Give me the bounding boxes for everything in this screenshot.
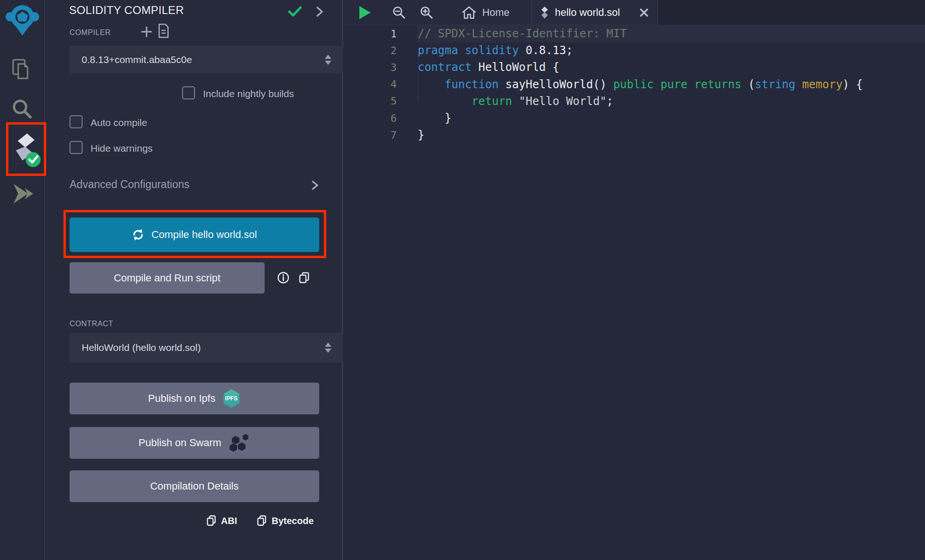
compilation-details-button[interactable]: Compilation Details xyxy=(70,470,319,502)
hide-warnings-checkbox[interactable] xyxy=(70,141,83,154)
zoom-out-button[interactable] xyxy=(392,6,406,19)
include-nightly-checkbox[interactable] xyxy=(182,86,195,99)
file-explorer-icon xyxy=(11,58,33,80)
compile-and-run-button[interactable]: Compile and Run script xyxy=(70,262,265,294)
tab-home-label: Home xyxy=(482,7,510,19)
auto-compile-label: Auto compile xyxy=(91,117,147,128)
line-number: 7 xyxy=(343,129,397,141)
code-line[interactable]: 2pragma solidity 0.8.13; xyxy=(343,42,925,59)
remix-ide-window: SOLIDITY COMPILER COMPILER xyxy=(0,0,925,560)
code-line[interactable]: 3contract HelloWorld { xyxy=(343,59,925,76)
auto-compile-checkbox[interactable] xyxy=(70,115,83,128)
remix-logo-icon xyxy=(5,2,40,37)
publish-ipfs-button[interactable]: Publish on Ipfs IPFS xyxy=(70,383,319,414)
code-text: } xyxy=(397,112,451,125)
publish-swarm-button[interactable]: Publish on Swarm xyxy=(70,427,319,459)
code-text: // SPDX-License-Identifier: MIT xyxy=(397,27,627,40)
panel-expand-chevron-right-icon[interactable] xyxy=(316,6,323,17)
info-icon[interactable] xyxy=(277,271,289,284)
solidity-compiler-icon xyxy=(11,132,41,169)
tab-home[interactable]: Home xyxy=(440,0,531,25)
code-text: pragma solidity 0.8.13; xyxy=(397,44,573,57)
code-line[interactable]: 6 } xyxy=(343,110,925,126)
contract-select-value: HelloWorld (hello world.sol) xyxy=(82,342,201,353)
line-number: 2 xyxy=(343,45,397,56)
page-title: SOLIDITY COMPILER xyxy=(69,4,184,17)
contract-section-label: CONTRACT xyxy=(70,320,113,328)
open-compiler-file-icon[interactable] xyxy=(157,23,169,38)
tab-hello-world-sol[interactable]: hello world.sol xyxy=(531,0,658,25)
icon-rail xyxy=(0,0,45,560)
run-script-play-button[interactable] xyxy=(358,6,371,20)
publish-ipfs-label: Publish on Ipfs xyxy=(148,392,215,405)
tab-active-label: hello world.sol xyxy=(555,7,633,19)
compiler-section-label: COMPILER xyxy=(70,28,111,37)
code-line[interactable]: 4 function sayHelloWorld() public pure r… xyxy=(343,76,925,93)
swarm-icon xyxy=(228,433,250,453)
include-nightly-label: Include nightly builds xyxy=(203,88,294,99)
publish-swarm-label: Publish on Swarm xyxy=(139,437,221,449)
line-number: 6 xyxy=(343,112,397,124)
code-view[interactable]: 1// SPDX-License-Identifier: MIT2pragma … xyxy=(343,25,925,143)
compile-button-label: Compile hello world.sol xyxy=(151,229,257,241)
sidebar-item-search[interactable] xyxy=(11,98,33,120)
copy-bytecode-button[interactable]: Bytecode xyxy=(257,515,314,527)
editor-tab-bar: Home hello world.sol xyxy=(343,0,925,25)
home-icon xyxy=(462,6,477,20)
search-icon xyxy=(11,98,33,120)
bytecode-label: Bytecode xyxy=(272,516,314,526)
sidebar-item-deploy-run[interactable] xyxy=(11,182,34,205)
advanced-config-chevron-right-icon[interactable] xyxy=(311,180,319,190)
remix-logo[interactable] xyxy=(5,2,40,37)
ipfs-badge-text: IPFS xyxy=(222,395,241,402)
copy-script-icon[interactable] xyxy=(299,272,310,284)
contract-select[interactable]: HelloWorld (hello world.sol) xyxy=(70,333,343,363)
compiler-version-value: 0.8.13+commit.abaa5c0e xyxy=(82,54,192,65)
advanced-configurations-toggle[interactable]: Advanced Configurations xyxy=(70,178,189,191)
play-icon xyxy=(358,6,371,20)
advanced-configurations-label: Advanced Configurations xyxy=(70,178,189,190)
compilation-details-label: Compilation Details xyxy=(150,480,239,492)
compile-button[interactable]: Compile hello world.sol xyxy=(70,217,319,252)
zoom-in-button[interactable] xyxy=(420,6,433,19)
code-line[interactable]: 5 return "Hello World"; xyxy=(343,93,925,110)
add-compiler-plus-icon[interactable] xyxy=(140,26,153,38)
line-number: 5 xyxy=(343,95,397,107)
copy-icon xyxy=(257,515,267,527)
solidity-compiler-panel: SOLIDITY COMPILER COMPILER xyxy=(45,0,343,560)
line-number: 4 xyxy=(343,78,397,90)
code-text: contract HelloWorld { xyxy=(397,61,559,74)
sidebar-item-solidity-compiler[interactable] xyxy=(11,132,41,169)
code-text: function sayHelloWorld() public pure ret… xyxy=(397,78,863,91)
compile-success-check-icon xyxy=(288,6,302,17)
sidebar-item-file-explorer[interactable] xyxy=(11,58,33,80)
compile-and-run-label: Compile and Run script xyxy=(114,272,221,284)
select-arrows-icon xyxy=(325,343,331,353)
deploy-run-icon xyxy=(11,182,34,205)
code-text: } xyxy=(397,128,424,141)
ipfs-badge-icon: IPFS xyxy=(222,388,241,409)
solidity-file-icon xyxy=(540,6,549,20)
hide-warnings-label: Hide warnings xyxy=(91,143,153,154)
select-arrows-icon xyxy=(325,55,331,65)
zoom-out-icon xyxy=(392,6,406,19)
code-text: return "Hello World"; xyxy=(397,95,613,108)
close-icon[interactable] xyxy=(639,7,649,18)
code-line[interactable]: 1// SPDX-License-Identifier: MIT xyxy=(343,25,925,42)
copy-abi-button[interactable]: ABI xyxy=(206,515,237,527)
abi-label: ABI xyxy=(221,516,237,526)
copy-icon xyxy=(206,515,217,527)
line-number: 1 xyxy=(343,28,397,40)
compiler-version-select[interactable]: 0.8.13+commit.abaa5c0e xyxy=(70,46,343,73)
zoom-in-icon xyxy=(420,6,433,19)
editor-area: Home hello world.sol 1// SPDX-License-Id… xyxy=(343,0,925,560)
code-line[interactable]: 7} xyxy=(343,126,925,143)
refresh-icon xyxy=(132,228,145,241)
line-number: 3 xyxy=(343,62,397,73)
